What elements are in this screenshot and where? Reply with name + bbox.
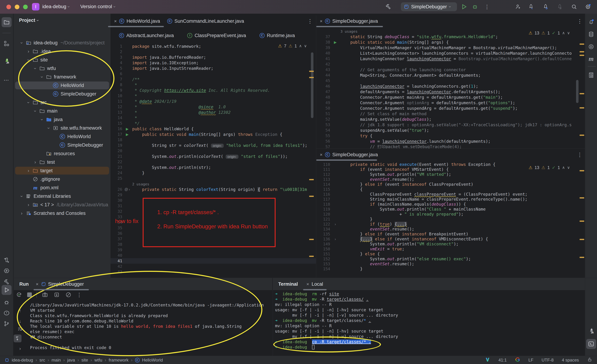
code-line[interactable]: 2 xyxy=(110,49,316,54)
code-line[interactable]: 151 } else { xyxy=(316,251,585,256)
console-line[interactable]: else resume() exec xyxy=(30,329,270,334)
fold-icon[interactable]: › xyxy=(129,187,130,191)
tab-run-config[interactable]: SimpleDebugger xyxy=(48,281,84,287)
tab-suncommandlinelauncher-java[interactable]: CSunCommandLineLauncher.java xyxy=(164,15,248,27)
inspections-widget[interactable]: ⚠7 ⚠1 ∧∨ xyxy=(278,44,307,48)
code-line[interactable]: 10 * xyxy=(110,93,316,99)
console-line[interactable]: VM disconnect xyxy=(30,334,270,340)
code-line[interactable]: 40 xyxy=(110,253,316,258)
code-line[interactable]: 115 { xyxy=(316,187,585,192)
run-line-icon[interactable]: ▶ xyxy=(126,132,128,137)
chevron-down-icon[interactable]: › xyxy=(46,125,52,132)
tree-item--idea[interactable]: ›.idea xyxy=(14,47,110,55)
google-translate-icon[interactable] xyxy=(515,357,520,363)
tab-helloworld-java[interactable]: ×CHelloWorld.java xyxy=(110,15,164,27)
chevron-right-icon[interactable]: › xyxy=(18,211,25,216)
code-line[interactable]: 9 * Copyright https://wtfu.site Inc. All… xyxy=(110,87,316,93)
code-line[interactable]: 11 * @date 2024/1/19 xyxy=(110,99,316,104)
build-hammer-icon[interactable] xyxy=(384,2,393,11)
code-line[interactable]: 116 ClassPrepareEvent classPrepareEvent … xyxy=(316,192,585,197)
code-line[interactable]: 50 Connector.Argument suspendArg = defau… xyxy=(316,106,585,111)
project-menu[interactable]: idea-debug› xyxy=(42,4,70,9)
import-test-result-icon[interactable] xyxy=(53,291,60,298)
jrebel-rocket-icon[interactable]: JR xyxy=(2,56,12,66)
code-line[interactable]: 113 eventSet.resume(); xyxy=(316,177,585,182)
tab-abstractlauncher-java[interactable]: CAbstractLauncher.java xyxy=(116,29,177,42)
tree-item-simpledebugger[interactable]: CSimpleDebugger xyxy=(14,141,110,149)
v-plugin-icon[interactable] xyxy=(485,357,490,363)
terminal-line[interactable]: usage: mv [-f | -i | -n] [-hv] source ta… xyxy=(275,328,583,334)
run-line-icon[interactable]: ▶ xyxy=(334,40,337,44)
dictionary-icon[interactable]: A xyxy=(586,70,596,80)
lock-icon[interactable] xyxy=(587,357,592,363)
code-line[interactable]: 135 } else if (event instanceof Breakpoi… xyxy=(316,232,585,237)
code-line[interactable]: 56 vm = launchingConnector.launch(defaul… xyxy=(316,139,585,144)
code-line[interactable]: 136› {...} else if (event instanceof VMD… xyxy=(316,237,585,241)
tree-item-main[interactable]: ›main xyxy=(14,107,110,115)
tree-item-external-libraries[interactable]: ›External Libraries xyxy=(14,192,110,201)
run-configuration-select[interactable]: SimpleDebugger› xyxy=(401,2,457,11)
chevron-down-icon[interactable]: › xyxy=(26,99,31,106)
code-line[interactable]: 55 try { xyxy=(316,133,585,139)
code-line[interactable]: 51 // Set class of main method xyxy=(316,111,585,116)
chevron-down-icon[interactable]: › xyxy=(19,193,24,200)
inlay-hint[interactable]: 2 usages xyxy=(110,181,316,187)
code-line[interactable]: 15 */ xyxy=(110,121,316,126)
code-line[interactable]: 150 vmExit = true; xyxy=(316,247,585,251)
code-line[interactable]: 13 * @author 12302 xyxy=(110,109,316,115)
tree-item-scratches-and-consoles[interactable]: ›Scratches and Consoles xyxy=(14,209,110,217)
tree-item-framework[interactable]: ›framework xyxy=(14,73,110,81)
settings-icon[interactable] xyxy=(583,2,592,11)
chevron-right-icon[interactable]: › xyxy=(32,159,39,165)
tree-item-site[interactable]: ›site xyxy=(14,55,110,64)
code-line[interactable]: 25 xyxy=(110,176,316,181)
inspections-widget[interactable]: ⚠13 ⚠1 ✓1 ∧∨ xyxy=(529,165,570,170)
code-line[interactable]: 3import java.io.BufferedReader; xyxy=(110,54,316,60)
close-icon[interactable]: × xyxy=(320,18,322,24)
tab-local[interactable]: Local xyxy=(312,281,323,287)
run-line-icon[interactable]: ▶ xyxy=(126,127,128,131)
code-line[interactable]: 112 System.out.println("VM started"); xyxy=(316,172,585,177)
code-line[interactable]: 14 * xyxy=(110,115,316,121)
console-line[interactable]: Reach line 10 of com.demo.debug.HelloWor… xyxy=(30,318,270,324)
tab-terminal[interactable]: Terminal xyxy=(278,281,298,287)
code-line[interactable]: 8 * xyxy=(110,82,316,87)
code-line[interactable]: 6 xyxy=(110,71,316,77)
code-line[interactable]: 42 xyxy=(316,62,585,67)
close-icon[interactable]: × xyxy=(36,281,38,287)
code-line[interactable]: 44 Map<String, Connector.Argument> defau… xyxy=(316,72,585,78)
code-line[interactable]: 17▶ public static void main(String[] arg… xyxy=(110,132,316,137)
code-line[interactable]: 152 System.out.println("else resume() ex… xyxy=(316,256,585,261)
caret-position[interactable]: 41:1 xyxy=(498,358,507,363)
code-line[interactable]: 153 eventSet.resume(); xyxy=(316,261,585,266)
chevron-right-icon[interactable]: › xyxy=(25,49,32,54)
close-icon[interactable]: × xyxy=(320,152,322,157)
popout-icon[interactable] xyxy=(2,255,12,265)
code-line[interactable]: 52 mainArg.setValue(debugClass); xyxy=(316,116,585,122)
code-line[interactable]: 54 suspendArg.setValue("true"); xyxy=(316,127,585,133)
fold-icon[interactable]: › xyxy=(335,237,336,241)
profiler-cloud-icon[interactable] xyxy=(555,2,564,11)
softwrap-icon[interactable] xyxy=(14,326,26,332)
chevron-down-icon[interactable]: › xyxy=(19,39,24,46)
code-line[interactable]: 22 xyxy=(110,159,316,165)
terminal-line[interactable]: mv [-f | -i | -n] [-v] source ... direct… xyxy=(275,334,583,339)
rerun-icon[interactable] xyxy=(16,291,23,298)
console-line[interactable] xyxy=(30,340,270,345)
code-line[interactable]: 46 launchingConnector = launchingConnect… xyxy=(316,84,585,89)
code-line[interactable]: 5import java.io.InputStreamReader; xyxy=(110,66,316,71)
code-line[interactable]: 16▶public class HelloWorld { xyxy=(110,126,316,132)
dependencies-icon[interactable] xyxy=(586,42,596,52)
code-line[interactable]: 48 Connector.Argument mainArg = defaultA… xyxy=(316,94,585,100)
pane-top-tab[interactable]: × C SimpleDebugger.java xyxy=(320,15,378,27)
console-line[interactable]: Process finished with exit code 0 xyxy=(30,345,270,350)
up-icon[interactable]: ↑ xyxy=(14,308,26,313)
code-line[interactable]: 40 List<LaunchingConnector> launchingCon… xyxy=(316,50,585,56)
chevron-down-icon[interactable]: › xyxy=(26,56,31,63)
terminal-line[interactable]: ➜ idea-debug xyxy=(275,344,583,350)
code-line[interactable]: 117 String mainClassName = classPrepareE… xyxy=(316,197,585,202)
tree-item-site-wtfu-framework[interactable]: ›site.wtfu.framework xyxy=(14,124,110,132)
chevron-down-icon[interactable]: › xyxy=(32,65,38,72)
terminal-console[interactable]: ➜ idea-debug rm -rf site➜ idea-debug mv … xyxy=(275,291,583,350)
tree-item-resources[interactable]: resources xyxy=(14,149,110,158)
